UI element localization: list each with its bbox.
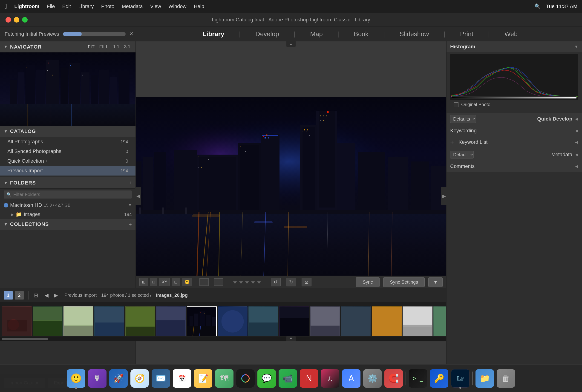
tab-slideshow[interactable]: Slideshow xyxy=(396,28,433,40)
tab-map[interactable]: Map xyxy=(306,28,326,40)
catalog-item-synced[interactable]: All Synced Photographs 0 xyxy=(0,146,136,156)
left-panel-collapse-arrow[interactable]: ◀ xyxy=(135,187,141,205)
dock-appstore[interactable]: A xyxy=(342,369,360,388)
search-icon[interactable]: 🔍 xyxy=(534,4,540,10)
toolbar-expand-button[interactable]: ▼ xyxy=(428,278,442,287)
navigator-section-header[interactable]: ▼ Navigator FIT FILL 1:1 3:1 xyxy=(0,42,136,52)
menu-window[interactable]: Window xyxy=(168,4,186,10)
progress-cancel[interactable]: ✕ xyxy=(129,31,134,37)
crop-button[interactable]: ⊠ xyxy=(302,278,312,286)
menu-library[interactable]: Library xyxy=(78,4,94,10)
dock-news[interactable]: N xyxy=(300,369,318,388)
filmstrip-thumb-14[interactable] xyxy=(402,306,432,336)
add-collection-button[interactable]: + xyxy=(128,221,132,228)
right-panel-collapse-arrow[interactable]: ▶ xyxy=(441,187,447,205)
filmstrip-thumb-3[interactable] xyxy=(64,306,94,336)
tab-print[interactable]: Print xyxy=(456,28,477,40)
dock-1password[interactable]: 🔑 xyxy=(430,369,448,388)
loupe-view-button[interactable]: □ xyxy=(150,278,157,286)
tab-library[interactable]: Library xyxy=(199,28,228,40)
keyword-list-header[interactable]: + Keyword List ◀ xyxy=(446,136,582,148)
scroll-thumb[interactable] xyxy=(2,338,48,340)
filmstrip-thumb-5[interactable] xyxy=(125,306,155,336)
app-name[interactable]: Lightroom xyxy=(14,4,39,10)
nav-fit-btn-3to1[interactable]: 3:1 xyxy=(122,44,132,50)
sync-button[interactable]: Sync xyxy=(356,278,379,287)
comments-header[interactable]: Comments ◀ xyxy=(446,161,582,172)
tab-develop[interactable]: Develop xyxy=(252,28,283,40)
filmstrip-thumb-2[interactable] xyxy=(33,306,62,336)
original-photo-checkbox[interactable] xyxy=(454,102,458,107)
rotate-cw-button[interactable]: ↻ xyxy=(286,278,296,286)
quick-develop-header[interactable]: Defaults Quick Develop ◀ xyxy=(446,113,582,126)
dock-lightroom[interactable]: Lr xyxy=(451,369,470,388)
selected-filename[interactable]: Images_20.jpg xyxy=(156,292,188,298)
page-2[interactable]: 2 xyxy=(15,291,24,300)
survey-view-button[interactable]: ⊡ xyxy=(172,278,180,286)
dock-trash[interactable]: 🗑 xyxy=(497,369,515,388)
filmstrip-thumb-6[interactable] xyxy=(156,306,186,336)
star-2[interactable]: ★ xyxy=(238,279,244,285)
dock-photos[interactable] xyxy=(236,369,255,388)
star-5[interactable]: ★ xyxy=(256,279,262,285)
filmstrip-thumb-1[interactable] xyxy=(2,306,32,336)
flag-button[interactable] xyxy=(200,278,209,286)
tab-book[interactable]: Book xyxy=(350,28,372,40)
reject-button[interactable] xyxy=(214,278,223,286)
people-view-button[interactable]: 😊 xyxy=(182,278,192,286)
nav-fit-btn-fit[interactable]: FIT xyxy=(86,44,96,50)
prev-arrow[interactable]: ◀ xyxy=(43,292,50,299)
close-button[interactable] xyxy=(6,17,11,22)
maximize-button[interactable] xyxy=(22,17,28,22)
catalog-item-all-photos[interactable]: All Photographs 194 xyxy=(0,137,136,146)
quick-develop-preset-select[interactable]: Defaults xyxy=(450,115,476,123)
dock-files[interactable]: 📁 xyxy=(476,369,494,388)
star-4[interactable]: ★ xyxy=(250,279,256,285)
filmstrip-thumb-8[interactable] xyxy=(218,306,248,336)
histogram-collapse-arrow[interactable]: ▼ xyxy=(574,44,578,49)
filmstrip-thumb-7-selected[interactable] xyxy=(187,306,217,336)
dock-music[interactable]: ♫ xyxy=(321,369,339,388)
keyword-list-plus[interactable]: + xyxy=(450,138,454,146)
dock-maps[interactable]: 🗺 xyxy=(215,369,234,388)
dock-notes[interactable]: 📝 xyxy=(194,369,212,388)
nav-fit-btn-fill[interactable]: FILL xyxy=(98,44,110,50)
add-folder-button[interactable]: + xyxy=(128,180,132,186)
bottom-panel-collapse[interactable]: ▼ xyxy=(286,336,296,342)
menu-edit[interactable]: Edit xyxy=(62,4,71,10)
histogram-header[interactable]: Histogram ▼ xyxy=(446,42,582,52)
dock-calendar[interactable]: 📅 xyxy=(173,369,191,388)
catalog-item-quick-collection[interactable]: Quick Collection + 0 xyxy=(0,156,136,166)
sync-settings-button[interactable]: Sync Settings xyxy=(383,278,425,287)
menu-photo[interactable]: Photo xyxy=(101,4,114,10)
dock-finder[interactable]: 🙂 xyxy=(67,369,85,388)
filmstrip-thumb-12[interactable] xyxy=(341,306,371,336)
catalog-item-previous-import[interactable]: Previous Import 194 xyxy=(0,166,136,176)
filmstrip-thumb-13[interactable] xyxy=(372,306,402,336)
grid-switcher-icon[interactable]: ⊞ xyxy=(34,292,38,298)
keywording-header[interactable]: Keywording ◀ xyxy=(446,126,582,136)
dock-settings[interactable]: ⚙️ xyxy=(363,369,382,388)
filmstrip-thumb-4[interactable] xyxy=(94,306,124,336)
next-arrow[interactable]: ▶ xyxy=(52,292,60,299)
folder-filter-input[interactable] xyxy=(13,192,129,197)
dock-safari[interactable]: 🧭 xyxy=(130,369,149,388)
star-3[interactable]: ★ xyxy=(244,279,250,285)
filmstrip-thumb-9[interactable] xyxy=(248,306,278,336)
folder-images[interactable]: ▶ 📁 Images 194 xyxy=(0,210,136,219)
filmstrip-thumb-10[interactable] xyxy=(279,306,309,336)
metadata-preset-select[interactable]: Default xyxy=(450,151,474,158)
dock-facetime[interactable]: 📹 xyxy=(278,369,297,388)
menu-metadata[interactable]: Metadata xyxy=(122,4,143,10)
catalog-section-header[interactable]: ▼ Catalog xyxy=(0,126,136,137)
menu-view[interactable]: View xyxy=(150,4,161,10)
filmstrip-thumb-11[interactable] xyxy=(310,306,340,336)
nav-fit-btn-1to1[interactable]: 1:1 xyxy=(112,44,121,50)
dock-launchpad[interactable]: 🚀 xyxy=(109,369,128,388)
top-panel-collapse[interactable]: ▲ xyxy=(286,42,296,47)
disk-expand-arrow[interactable]: ▼ xyxy=(128,203,132,207)
dock-magnet[interactable]: 🧲 xyxy=(384,369,403,388)
page-1[interactable]: 1 xyxy=(4,291,13,300)
dock-mail[interactable]: ✉️ xyxy=(152,369,170,388)
navigator-preview[interactable] xyxy=(0,52,136,126)
